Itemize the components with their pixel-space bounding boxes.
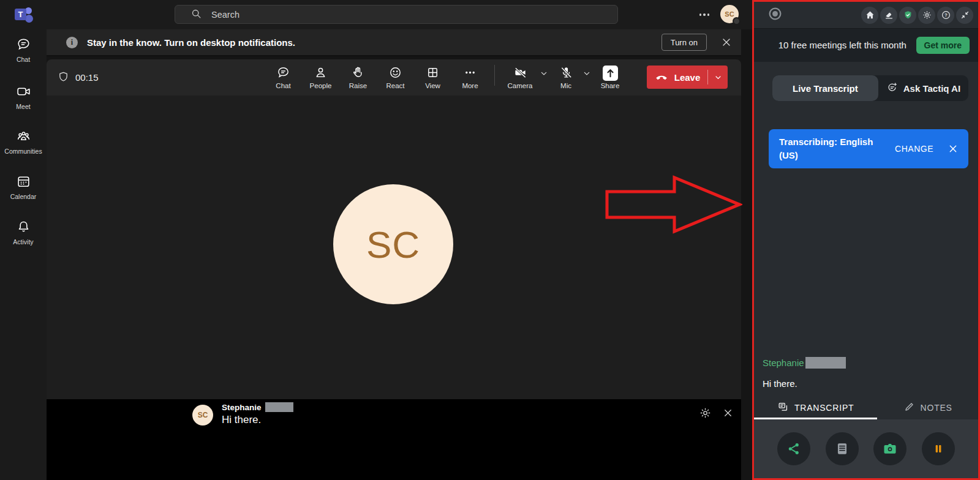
button-label: More xyxy=(462,82,478,89)
notification-message: Stay in the know. Turn on desktop notifi… xyxy=(87,37,295,48)
view-button[interactable]: View xyxy=(418,66,447,89)
screenshot-button[interactable] xyxy=(873,432,907,465)
collapse-icon xyxy=(960,10,970,20)
pause-transcription-button[interactable] xyxy=(922,432,955,465)
avatar-initials: SC xyxy=(366,223,420,266)
user-avatar[interactable]: SC xyxy=(720,5,739,23)
teams-logo[interactable]: T xyxy=(15,6,33,23)
button-label: Raise xyxy=(349,82,367,89)
red-annotation-arrow xyxy=(605,175,742,234)
tactiq-action-bar xyxy=(754,419,978,478)
tab-label: Ask Tactiq AI xyxy=(903,83,960,94)
pause-icon xyxy=(930,441,946,457)
transcript-empty-area xyxy=(754,168,978,357)
home-icon xyxy=(865,10,875,20)
caption-settings-gear-icon[interactable] xyxy=(699,407,712,419)
eraser-button[interactable] xyxy=(880,7,897,24)
participant-avatar: SC xyxy=(333,184,453,304)
settings-button[interactable] xyxy=(918,7,935,24)
leave-button[interactable]: Leave xyxy=(647,66,728,89)
person-icon xyxy=(314,66,328,81)
button-label: Mic xyxy=(560,82,571,89)
camera-icon xyxy=(882,441,898,457)
transcript-line: Hi there. xyxy=(754,378,978,389)
change-language-button[interactable]: CHANGE xyxy=(895,144,933,154)
more-options-icon[interactable] xyxy=(697,9,712,21)
chat-icon xyxy=(276,66,290,81)
chevron-down-icon[interactable] xyxy=(582,69,592,78)
gear-icon xyxy=(922,10,932,20)
teams-meeting-window: T Chat Meet Communities Calendar Activit… xyxy=(0,0,980,480)
ai-chat-icon xyxy=(886,81,899,96)
speaker-avatar: SC xyxy=(192,405,213,426)
sidebar-item-activity[interactable]: Activity xyxy=(0,219,47,246)
sidebar-item-label: Calendar xyxy=(10,193,37,200)
close-icon[interactable] xyxy=(948,144,958,154)
info-icon: i xyxy=(66,37,78,48)
share-screen-icon xyxy=(603,66,618,81)
record-status-icon[interactable] xyxy=(767,6,783,24)
mic-button[interactable]: Mic xyxy=(552,66,579,89)
meeting-timer: 00:15 xyxy=(58,59,99,96)
left-sidebar: T Chat Meet Communities Calendar Activit… xyxy=(0,0,47,480)
turn-on-button[interactable]: Turn on xyxy=(662,34,707,51)
tab-notes[interactable]: NOTES xyxy=(877,397,978,419)
transcript-notes-tabs: TRANSCRIPT NOTES xyxy=(754,397,978,419)
calendar-icon xyxy=(16,174,31,190)
chevron-down-icon[interactable] xyxy=(708,73,728,82)
tab-live-transcript[interactable]: Live Transcript xyxy=(772,75,878,101)
transcript-speaker-row: Stephanie xyxy=(754,357,978,369)
raised-hand-icon xyxy=(351,66,365,81)
view-notes-button[interactable] xyxy=(826,432,859,465)
button-label: Share xyxy=(601,82,620,89)
speaker-name: Stephanie xyxy=(222,403,262,412)
sidebar-item-label: Meet xyxy=(16,103,30,110)
close-icon[interactable] xyxy=(722,407,734,419)
help-button[interactable]: ? xyxy=(937,7,954,24)
chat-button[interactable]: Chat xyxy=(269,66,298,89)
search-icon xyxy=(191,9,202,21)
collapse-panel-button[interactable] xyxy=(956,7,973,24)
tactiq-top-bar: ? xyxy=(754,2,978,29)
sidebar-item-meet[interactable]: Meet xyxy=(0,84,47,110)
chevron-down-icon[interactable] xyxy=(539,69,549,78)
camera-off-icon xyxy=(513,66,527,81)
grid-icon xyxy=(426,66,440,81)
privacy-shield-button[interactable] xyxy=(899,7,916,24)
people-button[interactable]: People xyxy=(306,66,335,89)
teams-logo-letter: T xyxy=(15,9,26,20)
button-label: Chat xyxy=(276,82,290,89)
transcribing-text: Transcribing: English (US) xyxy=(779,135,882,162)
mic-off-icon xyxy=(559,66,573,81)
sidebar-item-communities[interactable]: Communities xyxy=(0,129,47,155)
svg-text:?: ? xyxy=(944,12,948,18)
search-placeholder: Search xyxy=(211,10,239,20)
share-button[interactable]: Share xyxy=(595,66,625,89)
button-label: React xyxy=(386,82,404,89)
camera-button[interactable]: Camera xyxy=(503,66,537,89)
sidebar-item-chat[interactable]: Chat xyxy=(0,37,47,63)
button-label: Camera xyxy=(508,82,533,89)
sidebar-item-calendar[interactable]: Calendar xyxy=(0,174,47,200)
tab-ask-tactiq-ai[interactable]: Ask Tactiq AI xyxy=(878,75,968,101)
close-icon[interactable] xyxy=(720,36,733,48)
more-button[interactable]: More xyxy=(456,66,484,89)
sidebar-item-label: Activity xyxy=(13,238,33,246)
ellipsis-icon xyxy=(463,66,477,81)
video-camera-icon xyxy=(16,84,31,100)
home-button[interactable] xyxy=(861,7,878,24)
get-more-button[interactable]: Get more xyxy=(916,37,970,54)
main-column: Search SC i Stay in the know. Turn on de… xyxy=(47,0,752,480)
transcript-speaker-name: Stephanie xyxy=(763,358,804,368)
raise-hand-button[interactable]: Raise xyxy=(344,66,372,89)
toolbar-buttons: Chat People Raise React View xyxy=(269,59,633,96)
tab-transcript[interactable]: TRANSCRIPT xyxy=(754,397,877,419)
shield-check-icon xyxy=(903,10,913,20)
button-label: People xyxy=(310,82,332,89)
chat-icon xyxy=(16,37,31,53)
share-transcript-button[interactable] xyxy=(777,432,810,465)
search-input[interactable]: Search xyxy=(175,5,618,24)
avatar-initials: SC xyxy=(725,10,734,18)
react-button[interactable]: React xyxy=(381,66,410,89)
sidebar-item-label: Communities xyxy=(4,148,42,155)
